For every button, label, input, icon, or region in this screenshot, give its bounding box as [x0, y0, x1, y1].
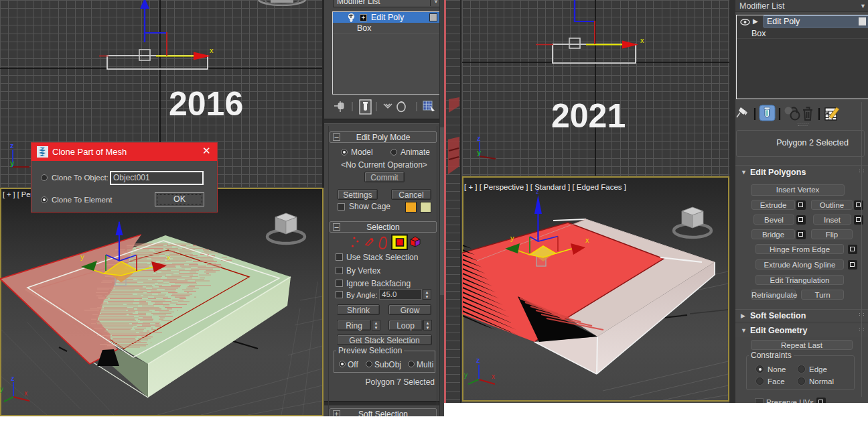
svg-text:y: y	[10, 159, 15, 167]
svg-text:y: y	[464, 371, 467, 379]
svg-text:x: x	[24, 389, 27, 397]
svg-text:y: y	[510, 234, 514, 242]
svg-text:z: z	[477, 134, 481, 142]
svg-text:x: x	[167, 253, 171, 261]
svg-text:y: y	[477, 148, 482, 156]
svg-text:z: z	[10, 141, 14, 149]
svg-text:z: z	[476, 356, 480, 364]
svg-text:z: z	[11, 374, 15, 382]
svg-text:x: x	[585, 236, 589, 244]
svg-text:x: x	[210, 46, 214, 54]
svg-text:y: y	[80, 253, 84, 261]
svg-text:y: y	[0, 385, 3, 393]
svg-text:x: x	[492, 373, 495, 380]
svg-text:x: x	[640, 36, 644, 44]
